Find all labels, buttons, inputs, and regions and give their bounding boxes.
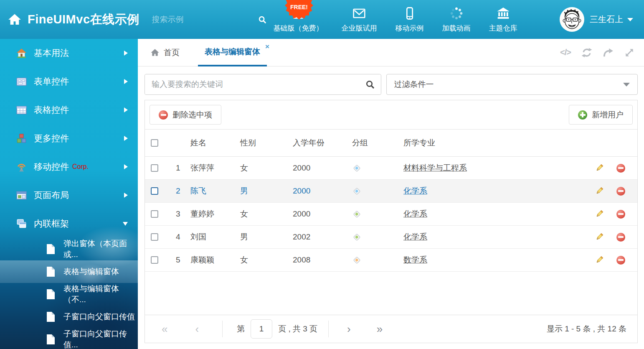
sidebar-item-inline-frame[interactable]: 内联框架 xyxy=(0,209,138,238)
nav-label: 加载动画 xyxy=(442,23,471,33)
major-link[interactable]: 化学系 xyxy=(403,232,427,242)
major-link[interactable]: 化学系 xyxy=(403,209,427,219)
table-row[interactable]: 1 张萍萍 女 2000 材料科学与工程系 xyxy=(145,157,637,180)
tab-home[interactable]: 首页 xyxy=(150,47,180,58)
sidebar-item-label: 移动控件 xyxy=(34,161,69,173)
chevron-down-icon xyxy=(623,83,630,87)
table-row[interactable]: 3 董婷婷 女 2000 化学系 xyxy=(145,203,637,226)
last-page-button[interactable]: » xyxy=(377,324,383,334)
close-icon[interactable]: × xyxy=(265,43,269,51)
first-page-button[interactable]: « xyxy=(162,324,167,334)
edit-icon[interactable] xyxy=(595,255,604,265)
sidebar-item-basic-usage[interactable]: 基本用法 xyxy=(0,39,138,67)
sidebar-item-more-controls[interactable]: 更多控件 xyxy=(0,124,138,153)
corp-badge: Corp. xyxy=(72,163,89,171)
cell-gender: 女 xyxy=(234,209,287,219)
chevron-right-icon xyxy=(124,136,128,141)
filter-dropdown[interactable]: 过滤条件一 xyxy=(386,74,638,95)
prev-page-button[interactable]: ‹ xyxy=(195,324,199,334)
delete-row-icon[interactable] xyxy=(616,164,625,173)
cell-name: 张萍萍 xyxy=(184,163,234,173)
page-suffix-label: 页 , 共 3 页 xyxy=(278,324,317,334)
table-icon xyxy=(16,104,27,116)
sidebar-item-page-layout[interactable]: 页面布局 xyxy=(0,181,138,209)
tab-bar: 首页 表格与编辑窗体 × </> xyxy=(138,39,644,66)
row-number: 4 xyxy=(165,232,184,242)
edit-icon[interactable] xyxy=(595,163,604,173)
row-checkbox[interactable] xyxy=(151,210,158,218)
content-toolbar: </> xyxy=(560,47,635,58)
header-search-input[interactable] xyxy=(152,15,254,24)
home-icon[interactable] xyxy=(8,13,22,27)
row-checkbox[interactable] xyxy=(151,187,158,195)
delete-selected-button[interactable]: 删除选中项 xyxy=(150,105,221,125)
sidebar-subitem-label: 弹出窗体（本页面或... xyxy=(63,238,138,260)
major-link[interactable]: 化学系 xyxy=(403,186,427,196)
sidebar-item-grid-controls[interactable]: 表格控件 xyxy=(0,96,138,124)
row-number: 1 xyxy=(165,163,184,173)
sidebar-item-form-controls[interactable]: 表单控件 xyxy=(0,67,138,96)
next-page-button[interactable]: › xyxy=(347,324,351,334)
edit-icon[interactable] xyxy=(595,209,604,219)
nav-label: 基础版（免费） xyxy=(274,23,323,33)
user-menu[interactable]: 三生石上 xyxy=(560,7,633,32)
sidebar-subitem-grid-edit-window-2[interactable]: 表格与编辑窗体（不... xyxy=(0,283,138,306)
edit-icon[interactable] xyxy=(595,232,604,242)
sidebar-subitem-popup-window[interactable]: 弹出窗体（本页面或... xyxy=(0,238,138,260)
cell-gender: 男 xyxy=(234,232,287,242)
keyword-search-input[interactable] xyxy=(145,74,381,94)
filter-row: 过滤条件一 xyxy=(145,74,638,95)
chevron-right-icon xyxy=(124,51,128,56)
refresh-icon[interactable] xyxy=(581,47,592,58)
code-icon[interactable]: </> xyxy=(560,48,571,57)
table-row[interactable]: 4 刘国 男 2002 化学系 xyxy=(145,226,637,249)
avatar[interactable] xyxy=(560,7,584,32)
layout-icon xyxy=(16,190,27,201)
sidebar: 基本用法 表单控件 表格控件 更多控件 xyxy=(0,39,138,349)
sidebar-subitem-grid-edit-window[interactable]: 表格与编辑窗体 xyxy=(0,260,138,283)
major-link[interactable]: 数学系 xyxy=(403,255,427,265)
delete-row-icon[interactable] xyxy=(616,256,625,265)
sidebar-item-label: 基本用法 xyxy=(34,47,69,59)
row-number: 5 xyxy=(165,255,184,265)
select-all-checkbox[interactable] xyxy=(151,139,158,147)
row-number: 3 xyxy=(165,209,184,219)
search-icon[interactable] xyxy=(365,79,375,91)
nav-enterprise-trial[interactable]: 企业版试用 xyxy=(342,6,377,33)
nav-theme-store[interactable]: 主题仓库 xyxy=(489,6,517,33)
cell-name: 康颖颖 xyxy=(184,255,234,265)
delete-row-icon[interactable] xyxy=(616,233,625,242)
row-checkbox[interactable] xyxy=(151,233,158,241)
column-header-group: 分组 xyxy=(347,138,397,148)
nav-loading-animation[interactable]: 加载动画 xyxy=(442,6,471,33)
search-icon[interactable] xyxy=(258,15,267,24)
chevron-right-icon xyxy=(124,79,128,84)
tag-icon xyxy=(352,209,362,219)
sidebar-subitem-label: 子窗口向父窗口传值... xyxy=(63,329,138,349)
forward-icon[interactable] xyxy=(603,47,614,58)
antenna-icon xyxy=(16,161,27,173)
fullscreen-icon[interactable] xyxy=(624,47,635,58)
grid-toolbar: 删除选中项 新增用户 xyxy=(145,100,637,130)
add-user-button[interactable]: 新增用户 xyxy=(569,105,633,125)
free-badge-label: FREE! xyxy=(285,0,313,19)
chevron-right-icon xyxy=(124,164,128,169)
row-checkbox[interactable] xyxy=(151,256,158,264)
delete-row-icon[interactable] xyxy=(616,210,625,219)
nav-mobile-demo[interactable]: 移动示例 xyxy=(396,6,424,33)
sidebar-subitem-child-to-parent[interactable]: 子窗口向父窗口传值 xyxy=(0,306,138,328)
sidebar-subitem-label: 表格与编辑窗体 xyxy=(63,266,119,277)
delete-row-icon[interactable] xyxy=(616,187,625,196)
cell-year: 2000 xyxy=(287,209,347,219)
sidebar-subitem-child-to-parent-2[interactable]: 子窗口向父窗口传值... xyxy=(0,328,138,349)
tab-grid-edit-window[interactable]: 表格与编辑窗体 × xyxy=(198,39,267,66)
cell-year: 2002 xyxy=(287,232,347,242)
page-number-input[interactable] xyxy=(251,319,272,339)
sidebar-item-mobile-controls[interactable]: 移动控件 Corp. xyxy=(0,153,138,181)
table-row[interactable]: 2 陈飞 男 2000 化学系 xyxy=(145,180,637,203)
tag-icon xyxy=(352,186,362,196)
row-checkbox[interactable] xyxy=(151,164,158,172)
edit-icon[interactable] xyxy=(595,186,604,196)
table-row[interactable]: 5 康颖颖 女 2008 数学系 xyxy=(145,249,637,272)
major-link[interactable]: 材料科学与工程系 xyxy=(403,163,467,173)
